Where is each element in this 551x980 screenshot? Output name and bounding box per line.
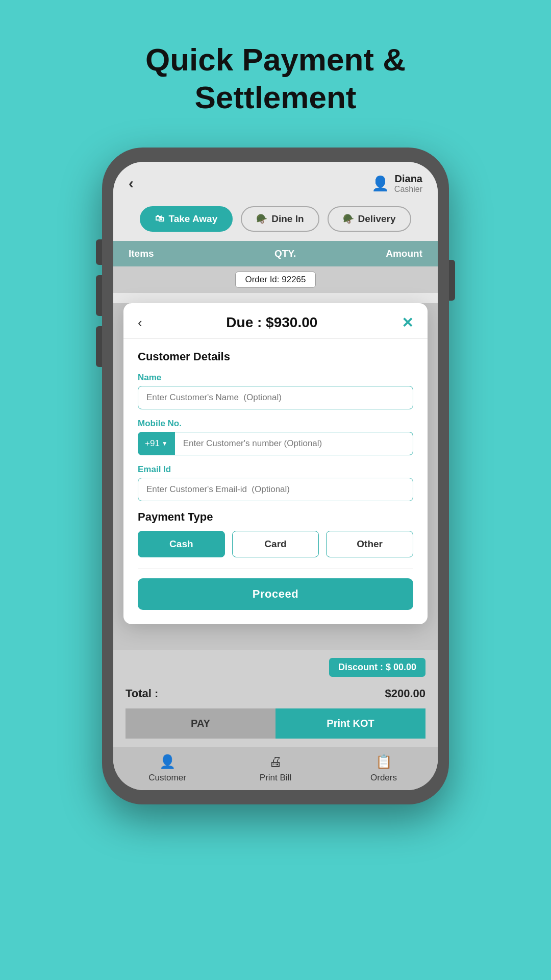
top-bar: ‹ 👤 Diana Cashier (113, 162, 438, 201)
side-button-left-2 (96, 275, 102, 316)
order-id-row: Order Id: 92265 (113, 266, 438, 293)
customer-nav-label: Customer (148, 773, 186, 783)
total-label: Total : (126, 687, 158, 700)
col-qty-header: QTY. (246, 248, 324, 259)
email-label: Email Id (138, 464, 413, 475)
payment-modal: ‹ Due : $930.00 ✕ Customer Details Name … (123, 303, 428, 625)
order-id-badge: Order Id: 92265 (235, 272, 315, 288)
user-icon: 👤 (371, 175, 389, 192)
table-header: Items QTY. Amount (113, 241, 438, 266)
payment-buttons: Cash Card Other (138, 531, 413, 557)
country-code-value: +91 (145, 438, 160, 449)
side-button-left-3 (96, 326, 102, 367)
modal-overlay: ‹ Due : $930.00 ✕ Customer Details Name … (113, 303, 438, 650)
modal-back-button[interactable]: ‹ (138, 315, 142, 331)
col-amount-header: Amount (324, 248, 422, 259)
bottom-section: Discount : $ 00.00 Total : $200.00 PAY P… (113, 650, 438, 747)
discount-row: Discount : $ 00.00 (126, 658, 425, 677)
phone-shell: ‹ 👤 Diana Cashier 🛍 Take Away 🪖 Dine In … (102, 148, 449, 805)
payment-type-title: Payment Type (138, 510, 413, 524)
dine-in-icon: 🪖 (256, 213, 267, 225)
orders-nav-icon: 📋 (375, 754, 392, 770)
payment-card-button[interactable]: Card (232, 531, 319, 557)
modal-close-button[interactable]: ✕ (402, 314, 413, 331)
user-info: 👤 Diana Cashier (371, 173, 422, 194)
divider (138, 569, 413, 570)
mobile-label: Mobile No. (138, 419, 413, 429)
country-code-selector[interactable]: +91 ▼ (138, 432, 175, 455)
tab-take-away[interactable]: 🛍 Take Away (140, 206, 233, 232)
user-name: Diana (394, 173, 422, 185)
payment-cash-button[interactable]: Cash (138, 531, 225, 557)
order-tabs: 🛍 Take Away 🪖 Dine In 🪖 Delivery (113, 201, 438, 241)
nav-customer[interactable]: 👤 Customer (113, 747, 221, 790)
user-role: Cashier (394, 185, 422, 194)
name-input[interactable] (138, 386, 413, 409)
phone-screen: ‹ 👤 Diana Cashier 🛍 Take Away 🪖 Dine In … (113, 162, 438, 791)
modal-header: ‹ Due : $930.00 ✕ (123, 303, 428, 339)
proceed-button[interactable]: Proceed (138, 578, 413, 610)
nav-orders[interactable]: 📋 Orders (330, 747, 438, 790)
action-buttons: PAY Print KOT (126, 708, 425, 739)
tab-dine-in[interactable]: 🪖 Dine In (241, 206, 319, 232)
email-input[interactable] (138, 478, 413, 501)
print-bill-nav-icon: 🖨 (269, 754, 282, 770)
name-label: Name (138, 373, 413, 383)
nav-print-bill[interactable]: 🖨 Print Bill (221, 747, 330, 790)
bottom-nav: 👤 Customer 🖨 Print Bill 📋 Orders (113, 747, 438, 790)
payment-other-button[interactable]: Other (326, 531, 413, 557)
total-row: Total : $200.00 (126, 683, 425, 708)
print-kot-button[interactable]: Print KOT (276, 708, 425, 739)
side-button-left-1 (96, 239, 102, 265)
mobile-row: +91 ▼ (138, 432, 413, 455)
modal-body: Customer Details Name Mobile No. +91 ▼ (123, 339, 428, 625)
page-title: Quick Payment & Settlement (102, 41, 449, 117)
take-away-icon: 🛍 (155, 213, 164, 224)
total-amount: $200.00 (385, 687, 425, 700)
customer-nav-icon: 👤 (159, 754, 176, 770)
tab-delivery[interactable]: 🪖 Delivery (328, 206, 411, 232)
discount-badge: Discount : $ 00.00 (329, 658, 425, 677)
delivery-icon: 🪖 (343, 213, 354, 225)
customer-section-title: Customer Details (138, 350, 413, 363)
side-button-right (449, 260, 455, 301)
modal-title: Due : $930.00 (142, 314, 402, 331)
orders-nav-label: Orders (370, 773, 397, 783)
user-text: Diana Cashier (394, 173, 422, 194)
print-bill-nav-label: Print Bill (260, 773, 291, 783)
country-code-arrow: ▼ (162, 440, 168, 447)
pay-button[interactable]: PAY (126, 708, 276, 739)
col-items-header: Items (129, 248, 246, 259)
mobile-input[interactable] (175, 432, 413, 455)
back-button[interactable]: ‹ (129, 175, 134, 192)
